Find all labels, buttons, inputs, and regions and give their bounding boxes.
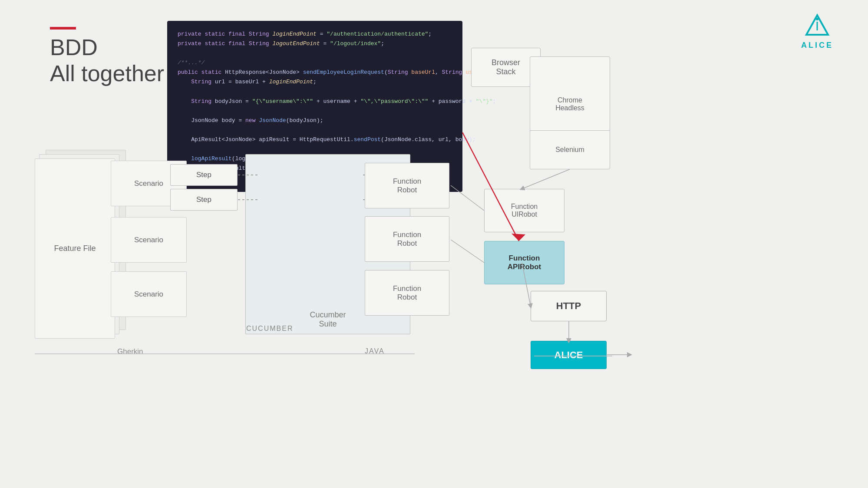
feature-file-label: Feature File xyxy=(54,244,96,253)
chrome-headless-label: Chrome Headless xyxy=(555,96,584,112)
title-line2: All together xyxy=(50,61,164,87)
alice-box: ALICE xyxy=(531,341,607,369)
java-label: JAVA xyxy=(365,347,385,355)
selenium-box: Selenium xyxy=(530,130,610,169)
accent-line xyxy=(50,27,76,30)
cucumber-suite-label: Cucumber Suite xyxy=(310,310,346,329)
feature-file-front: Feature File xyxy=(35,158,115,339)
fn-robot-label-1: Function Robot xyxy=(393,177,421,195)
http-box: HTTP xyxy=(531,291,607,321)
fn-robot-label-2: Function Robot xyxy=(393,231,421,248)
fn-robot-label-3: Function Robot xyxy=(393,284,421,302)
title-block: BDD All together xyxy=(50,35,164,87)
step-label-1: Step xyxy=(196,171,211,179)
scenario-label-2: Scenario xyxy=(134,236,163,244)
alice-box-label: ALICE xyxy=(554,350,583,361)
step-label-2: Step xyxy=(196,195,211,204)
fn-ui-robot-box: Function UIRobot xyxy=(484,189,564,232)
svg-marker-13 xyxy=(512,234,525,241)
alice-logo: ALICE xyxy=(801,13,833,50)
svg-line-11 xyxy=(522,169,570,189)
fn-robot-box-3: Function Robot xyxy=(365,270,449,316)
scenario-box-3: Scenario xyxy=(111,271,187,317)
fn-api-robot-label: Function APIRobot xyxy=(508,254,541,271)
scenario-label-1: Scenario xyxy=(134,179,163,188)
title-line1: BDD xyxy=(50,35,164,61)
svg-point-2 xyxy=(816,18,818,20)
fn-robot-box-1: Function Robot xyxy=(365,163,449,208)
fn-robot-box-2: Function Robot xyxy=(365,216,449,262)
cucumber-label: CUCUMBER xyxy=(246,325,293,333)
scenario-box-2: Scenario xyxy=(111,217,187,263)
alice-logo-icon xyxy=(804,13,830,39)
scenario-label-3: Scenario xyxy=(134,290,163,299)
svg-line-8 xyxy=(451,240,484,263)
alice-logo-label: ALICE xyxy=(801,41,833,50)
step-box-2: Step xyxy=(170,189,238,211)
http-label: HTTP xyxy=(556,300,581,312)
fn-api-robot-box: Function APIRobot xyxy=(484,241,564,284)
fn-ui-robot-label: Function UIRobot xyxy=(511,203,538,218)
step-box-1: Step xyxy=(170,164,238,186)
gherkin-label: Gherkin xyxy=(117,347,143,356)
selenium-label: Selenium xyxy=(555,146,584,154)
browser-stack-label: Browser Stack xyxy=(492,58,520,76)
